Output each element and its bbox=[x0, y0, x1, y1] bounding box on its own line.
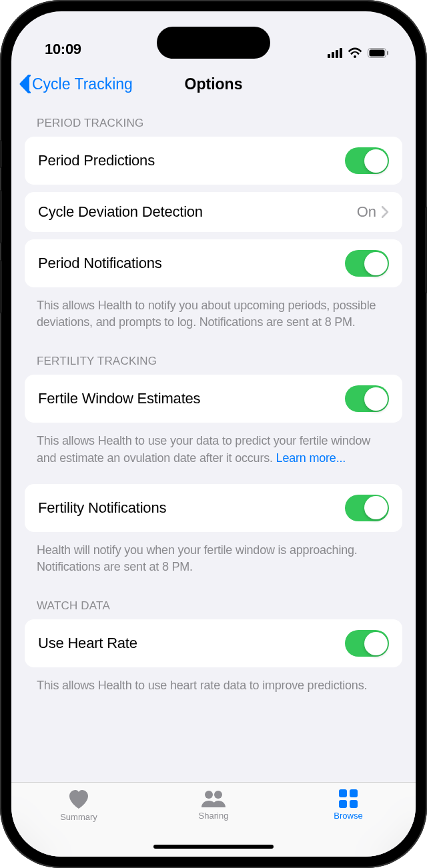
section-header-fertility: FERTILITY TRACKING bbox=[25, 336, 402, 375]
svg-rect-7 bbox=[339, 800, 347, 808]
volume-up-button bbox=[0, 190, 2, 243]
people-icon bbox=[200, 789, 227, 808]
row-label: Fertile Window Estimates bbox=[38, 390, 200, 407]
row-accessory: On bbox=[357, 203, 389, 221]
row-fertility-notifications[interactable]: Fertility Notifications bbox=[25, 484, 402, 532]
svg-rect-2 bbox=[387, 51, 388, 55]
silent-switch bbox=[0, 140, 2, 168]
section-header-period: PERIOD TRACKING bbox=[25, 105, 402, 137]
row-label: Period Notifications bbox=[38, 255, 162, 272]
row-label: Fertility Notifications bbox=[38, 499, 166, 517]
row-label: Cycle Deviation Detection bbox=[38, 203, 203, 221]
row-value: On bbox=[357, 203, 376, 221]
home-indicator[interactable] bbox=[153, 845, 274, 849]
navigation-bar: Cycle Tracking Options bbox=[11, 63, 416, 105]
svg-rect-8 bbox=[350, 800, 358, 808]
status-time: 10:09 bbox=[45, 41, 81, 58]
toggle-period-notifications[interactable] bbox=[345, 250, 389, 277]
section-header-watch: WATCH DATA bbox=[25, 581, 402, 619]
screen: 10:09 Cycle Tracking Options bbox=[11, 11, 416, 857]
dynamic-island bbox=[157, 27, 270, 59]
row-fertile-estimates[interactable]: Fertile Window Estimates bbox=[25, 375, 402, 423]
footer-fertility-notifications: Health will notify you when your fertile… bbox=[25, 539, 402, 581]
grid-icon bbox=[339, 789, 358, 808]
status-icons bbox=[328, 47, 389, 58]
svg-point-4 bbox=[214, 791, 222, 799]
tab-label: Sharing bbox=[199, 811, 229, 821]
chevron-right-icon bbox=[382, 206, 389, 218]
phone-frame: 10:09 Cycle Tracking Options bbox=[0, 0, 427, 868]
row-label: Use Heart Rate bbox=[38, 635, 137, 652]
svg-rect-5 bbox=[339, 789, 347, 797]
row-cycle-deviation[interactable]: Cycle Deviation Detection On bbox=[25, 192, 402, 232]
page-title: Options bbox=[185, 75, 243, 93]
row-period-predictions[interactable]: Period Predictions bbox=[25, 137, 402, 185]
toggle-fertile-estimates[interactable] bbox=[345, 385, 389, 412]
svg-point-3 bbox=[205, 791, 213, 799]
row-heart-rate[interactable]: Use Heart Rate bbox=[25, 619, 402, 667]
footer-fertile-estimates: This allows Health to use your data to p… bbox=[25, 430, 402, 471]
battery-icon bbox=[368, 48, 389, 58]
row-period-notifications[interactable]: Period Notifications bbox=[25, 239, 402, 287]
tab-summary[interactable]: Summary bbox=[39, 789, 119, 857]
heart-icon bbox=[68, 789, 89, 809]
toggle-heart-rate[interactable] bbox=[345, 630, 389, 657]
wifi-icon bbox=[348, 47, 362, 58]
volume-down-button bbox=[0, 260, 2, 313]
chevron-left-icon bbox=[19, 75, 31, 93]
svg-rect-6 bbox=[350, 789, 358, 797]
svg-rect-1 bbox=[370, 49, 385, 56]
cellular-icon bbox=[328, 48, 342, 58]
row-label: Period Predictions bbox=[38, 152, 155, 169]
back-button[interactable]: Cycle Tracking bbox=[19, 75, 133, 93]
tab-browse[interactable]: Browse bbox=[308, 789, 388, 857]
back-label: Cycle Tracking bbox=[32, 75, 133, 93]
footer-period: This allows Health to notify you about u… bbox=[25, 295, 402, 336]
toggle-period-predictions[interactable] bbox=[345, 147, 389, 174]
tab-label: Summary bbox=[60, 812, 97, 822]
tab-label: Browse bbox=[334, 811, 362, 821]
learn-more-link[interactable]: Learn more... bbox=[276, 451, 346, 465]
content-area[interactable]: PERIOD TRACKING Period Predictions Cycle… bbox=[11, 105, 416, 782]
toggle-fertility-notifications[interactable] bbox=[345, 495, 389, 521]
footer-heart-rate: This allows Health to use heart rate dat… bbox=[25, 675, 402, 699]
